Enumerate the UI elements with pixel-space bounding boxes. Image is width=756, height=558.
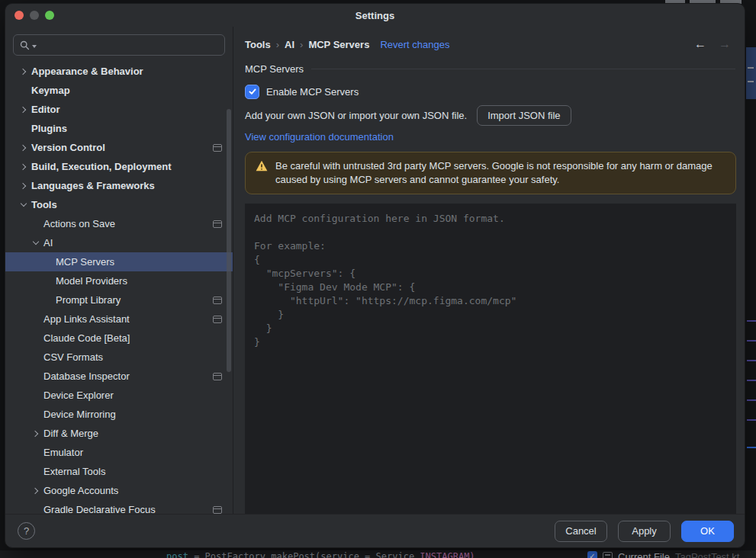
help-button[interactable]: ? [18,522,35,540]
chevron-expanded-icon[interactable] [28,239,43,248]
sidebar-item-appearance-behavior[interactable]: Appearance & Behavior [5,62,233,81]
background-code-fragment [747,380,756,381]
background-code-segment: = PostFactory.makePost(service = Service… [194,551,420,558]
checkmark-icon: ✓ [587,551,597,558]
search-field[interactable] [13,34,225,56]
sidebar-item-label: Plugins [31,123,67,134]
sidebar-item-languages-frameworks[interactable]: Languages & Frameworks [5,176,233,195]
sidebar-scrollbar[interactable] [227,109,231,372]
chevron-collapsed-icon[interactable] [16,162,31,172]
editor-placeholder-text: Add MCP configuration here in JSON forma… [254,212,727,349]
sidebar-item-actions-on-save[interactable]: Actions on Save [5,214,233,233]
sidebar-item-label: External Tools [43,466,105,477]
sidebar-item-label: AI [43,237,53,249]
section-title: MCP Servers [245,63,304,75]
sidebar-item-app-links-assistant[interactable]: App Links Assistant [5,309,233,329]
enable-mcp-checkbox[interactable] [245,85,259,99]
ok-button[interactable]: OK [681,521,734,542]
sidebar-item-label: Model Providers [56,275,127,287]
sidebar-item-plugins[interactable]: Plugins [5,119,233,138]
per-project-icon [213,144,222,152]
sidebar-item-label: Editor [31,104,60,115]
chevron-collapsed-icon[interactable] [16,67,31,76]
chevron-expanded-icon[interactable] [16,200,31,210]
forward-arrow-icon: → [719,38,731,50]
background-code-segment: post [166,551,194,558]
sidebar-item-claude-code-beta[interactable]: Claude Code [Beta] [5,329,233,348]
window-controls [14,11,54,20]
enable-mcp-row: Enable MCP Servers [245,83,737,100]
current-file-label: Current File [618,551,670,558]
dialog-body: Appearance & BehaviorKeymapEditorPlugins… [5,27,745,514]
search-options-chevron-icon[interactable] [32,45,37,48]
sidebar-item-label: Device Explorer [43,390,114,401]
search-icon [20,40,30,50]
sidebar-item-ai[interactable]: AI [5,233,233,252]
close-window-button[interactable] [14,11,24,20]
chevron-collapsed-icon[interactable] [28,486,43,495]
sidebar-item-database-inspector[interactable]: Database Inspector [5,367,233,386]
chevron-collapsed-icon[interactable] [16,181,31,191]
apply-button[interactable]: Apply [618,521,671,542]
background-code-fragment [747,320,756,322]
sidebar-item-keymap[interactable]: Keymap [5,81,233,100]
cancel-button[interactable]: Cancel [555,521,607,542]
window-title: Settings [355,10,394,21]
view-configuration-documentation-link[interactable]: View configuration documentation [245,131,394,145]
chevron-collapsed-icon[interactable] [16,143,31,152]
import-row: Add your own JSON or import your own JSO… [245,104,737,126]
per-project-icon [213,506,222,514]
per-project-icon [213,297,222,304]
sidebar-item-label: Prompt Library [56,294,121,306]
sidebar-item-label: Gradle Declarative Focus [43,504,156,514]
sidebar-item-label: Diff & Merge [43,428,98,439]
chevron-collapsed-icon[interactable] [16,105,31,114]
sidebar-item-label: Claude Code [Beta] [43,332,130,344]
sidebar-item-external-tools[interactable]: External Tools [5,462,233,481]
chevron-collapsed-icon[interactable] [28,429,43,438]
sidebar-item-model-providers[interactable]: Model Providers [5,271,233,290]
sidebar-item-device-explorer[interactable]: Device Explorer [5,386,233,405]
zoom-window-button[interactable] [45,11,54,20]
sidebar-item-version-control[interactable]: Version Control [5,138,233,157]
sidebar-item-tools[interactable]: Tools [5,195,233,214]
sidebar-item-label: Keymap [31,85,70,96]
section-header: MCP Servers [245,60,737,77]
warning-text: Be careful with untrusted 3rd party MCP … [275,159,725,187]
chevron-spacer [28,353,43,362]
sidebar-item-gradle-declarative-focus[interactable]: Gradle Declarative Focus [5,500,233,514]
sidebar-item-csv-formats[interactable]: CSV Formats [5,348,233,367]
chevron-spacer [28,220,43,229]
import-json-button[interactable]: Import JSON file [477,105,571,126]
warning-icon [256,160,268,172]
sidebar-item-label: CSV Formats [43,351,103,363]
revert-changes-link[interactable]: Revert changes [380,39,449,50]
background-code-fragment [747,447,756,448]
sidebar-item-label: Appearance & Behavior [31,66,143,77]
back-arrow-icon[interactable]: ← [694,38,706,50]
background-code-segment: INSTAGRAM) [420,551,475,558]
background-text-fragment [748,67,754,69]
chevron-spacer [16,124,31,133]
mcp-json-editor[interactable]: Add MCP configuration here in JSON forma… [245,204,736,514]
import-hint-text: Add your own JSON or import your own JSO… [245,110,467,121]
search-input[interactable] [39,40,218,51]
sidebar-item-label: App Links Assistant [43,313,130,325]
breadcrumb-segment-mcp-servers[interactable]: MCP Servers [308,39,369,50]
chevron-spacer [28,467,43,476]
sidebar-item-build-execution-deployment[interactable]: Build, Execution, Deployment [5,157,233,176]
sidebar-item-label: Emulator [43,447,83,458]
sidebar-item-mcp-servers[interactable]: MCP Servers [5,252,233,271]
breadcrumb-segment-ai[interactable]: AI [285,39,294,50]
sidebar-item-editor[interactable]: Editor [5,100,233,119]
sidebar-item-google-accounts[interactable]: Google Accounts [5,481,233,500]
sidebar-item-device-mirroring[interactable]: Device Mirroring [5,405,233,424]
background-code-fragment [747,360,756,361]
sidebar-item-emulator[interactable]: Emulator [5,443,233,462]
breadcrumb-separator-icon: › [300,39,303,50]
settings-sidebar: Appearance & BehaviorKeymapEditorPlugins… [5,27,233,514]
sidebar-item-label: Version Control [31,142,105,153]
breadcrumb-segment-tools[interactable]: Tools [245,39,271,50]
sidebar-item-diff-merge[interactable]: Diff & Merge [5,424,233,443]
sidebar-item-prompt-library[interactable]: Prompt Library [5,290,233,309]
